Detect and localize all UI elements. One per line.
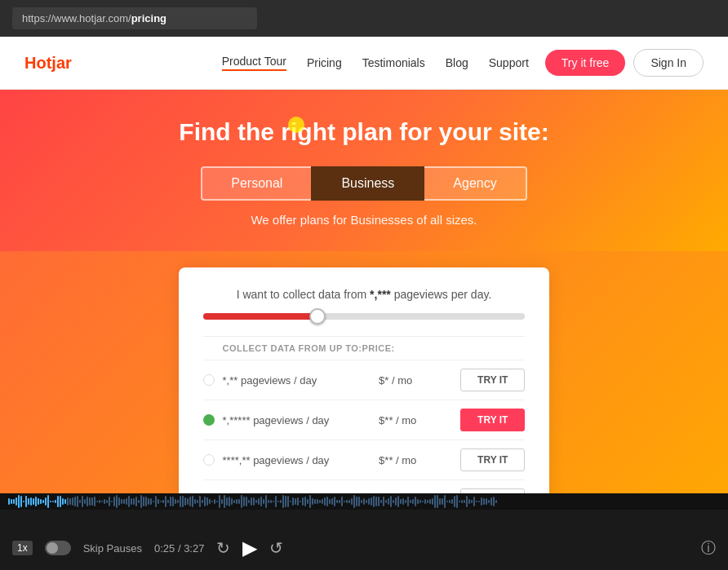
speed-badge[interactable]: 1x xyxy=(12,541,33,555)
try-it-button-2[interactable]: TRY IT xyxy=(460,409,525,431)
slider-fill xyxy=(203,313,316,320)
nav-links: Product Tour Pricing Testimonials Blog S… xyxy=(222,55,529,71)
try-it-button-3[interactable]: TRY IT xyxy=(460,448,525,471)
plan-tab-agency[interactable]: Agency xyxy=(424,166,526,201)
try-it-button-1[interactable]: TRY IT xyxy=(460,369,525,391)
video-player-bar: 1x Skip Pauses 0:25 / 3:27 ↻ ▶ ↺ ⓘ xyxy=(0,510,728,570)
logo: Hotjar xyxy=(24,54,72,73)
row-price-2: $** / mo xyxy=(379,414,460,426)
fast-forward-button[interactable]: ↺ xyxy=(269,538,283,558)
pageview-count: *,*** xyxy=(370,288,391,301)
url-prefix: https://www.hotjar.com/ xyxy=(22,12,131,24)
row-price-3: $** / mo xyxy=(379,454,460,466)
row-pageviews-3: ****,** pageviews / day xyxy=(223,454,380,466)
pageview-selector: I want to collect data from *,*** pagevi… xyxy=(203,288,526,301)
selector-suffix: pageviews per day. xyxy=(394,288,492,301)
row-price-1: $* / mo xyxy=(379,374,460,387)
hero-section: Find the right plan for your site: Perso… xyxy=(0,90,728,251)
play-button[interactable]: ▶ xyxy=(242,537,257,559)
nav-testimonials[interactable]: Testimonials xyxy=(362,56,425,69)
slider-thumb[interactable] xyxy=(309,308,326,325)
info-button[interactable]: ⓘ xyxy=(701,538,716,558)
plan-tab-personal[interactable]: Personal xyxy=(201,166,311,201)
table-row: ****,** pageviews / day $** / mo TRY IT xyxy=(203,440,526,479)
col-header-pageviews: COLLECT DATA FROM UP TO: xyxy=(203,343,362,353)
url-bar[interactable]: https://www.hotjar.com/pricing xyxy=(12,7,257,29)
slider-container xyxy=(203,313,526,320)
waveform-area xyxy=(0,493,728,510)
col-header-price: PRICE: xyxy=(362,343,525,353)
hero-title: Find the right plan for your site: xyxy=(16,118,712,146)
pricing-section: I want to collect data from *,*** pagevi… xyxy=(0,251,728,493)
page-content: Hotjar Product Tour Pricing Testimonials… xyxy=(0,37,728,493)
sign-in-button[interactable]: Sign In xyxy=(633,49,704,77)
table-row: **,** pageviews / day $**** / mo TRY IT xyxy=(203,479,526,493)
rewind-button[interactable]: ↻ xyxy=(216,538,230,558)
skip-pauses-toggle[interactable] xyxy=(45,541,71,555)
row-indicator-1 xyxy=(203,374,215,386)
browser-bar: https://www.hotjar.com/pricing xyxy=(0,0,728,37)
pricing-card: I want to collect data from *,*** pagevi… xyxy=(179,267,550,493)
hero-subtitle: We offer plans for Businesses of all siz… xyxy=(16,213,712,227)
nav-pricing[interactable]: Pricing xyxy=(307,56,342,69)
nav-product-tour[interactable]: Product Tour xyxy=(222,55,286,71)
toggle-knob xyxy=(47,542,58,554)
nav-blog[interactable]: Blog xyxy=(446,56,468,69)
plan-tab-business[interactable]: Business xyxy=(311,166,424,201)
row-indicator-2 xyxy=(203,414,215,426)
nav-support[interactable]: Support xyxy=(489,56,529,69)
url-bold: pricing xyxy=(131,12,166,24)
table-row-active: *,***** pageviews / day $** / mo TRY IT xyxy=(203,400,526,440)
controls-row: 1x Skip Pauses 0:25 / 3:27 ↻ ▶ ↺ ⓘ xyxy=(0,537,728,559)
slider-track xyxy=(203,313,526,320)
row-pageviews-2: *,***** pageviews / day xyxy=(223,414,380,426)
selector-text: I want to collect data from xyxy=(237,288,367,301)
row-pageviews-1: *,** pageviews / day xyxy=(223,374,380,387)
try-free-button[interactable]: Try it free xyxy=(545,50,626,76)
time-display: 0:25 / 3:27 xyxy=(154,542,204,555)
table-row: *,** pageviews / day $* / mo TRY IT xyxy=(203,360,526,400)
navbar: Hotjar Product Tour Pricing Testimonials… xyxy=(0,37,728,90)
skip-pauses-label: Skip Pauses xyxy=(83,542,142,555)
table-header: COLLECT DATA FROM UP TO: PRICE: xyxy=(203,336,526,360)
plan-tabs: Personal Business Agency xyxy=(16,166,712,201)
row-indicator-3 xyxy=(203,454,215,466)
